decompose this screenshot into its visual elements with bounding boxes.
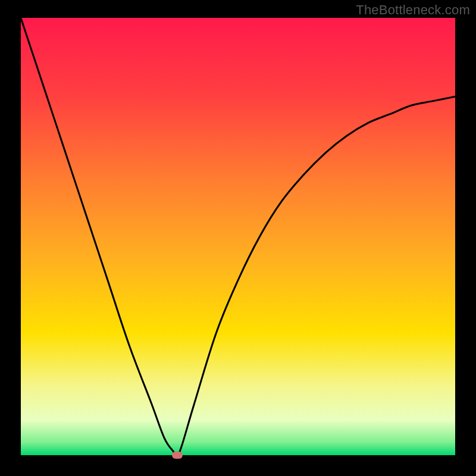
- plot-area: [21, 18, 455, 455]
- bottleneck-curve: [21, 18, 455, 455]
- optimal-point-marker: [172, 452, 183, 459]
- chart-frame: TheBottleneck.com: [0, 0, 476, 476]
- watermark-label: TheBottleneck.com: [356, 2, 470, 18]
- curve-line: [21, 18, 455, 455]
